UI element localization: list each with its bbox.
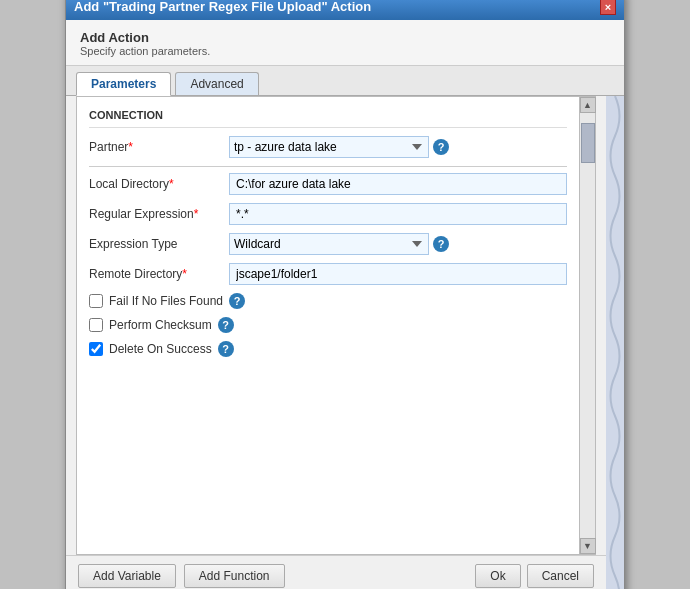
scroll-down-arrow[interactable]: ▼ [580,538,596,554]
remote-directory-control [229,263,567,285]
expression-type-control: Wildcard ? [229,233,567,255]
wavy-svg [606,96,624,590]
add-variable-button[interactable]: Add Variable [78,564,176,588]
remote-directory-row: Remote Directory* [89,263,567,285]
title-bar: Add "Trading Partner Regex File Upload" … [66,0,624,20]
delete-on-success-help-icon[interactable]: ? [218,341,234,357]
dialog-body: CONNECTION Partner* tp - azure data lake [66,96,624,590]
add-action-title: Add Action [80,30,610,45]
form-inner: CONNECTION Partner* tp - azure data lake [77,97,579,373]
tab-parameters[interactable]: Parameters [76,72,171,96]
fail-if-no-files-row: Fail If No Files Found ? [89,293,567,309]
partner-select[interactable]: tp - azure data lake [229,136,429,158]
close-button[interactable]: × [600,0,616,15]
dialog: Add "Trading Partner Regex File Upload" … [65,0,625,589]
partner-control: tp - azure data lake ? [229,136,567,158]
local-directory-input[interactable] [229,173,567,195]
perform-checksum-checkbox[interactable] [89,318,103,332]
perform-checksum-label: Perform Checksum [109,318,212,332]
partner-help-icon[interactable]: ? [433,139,449,155]
regular-expression-row: Regular Expression* [89,203,567,225]
scroll-track[interactable] [581,113,595,538]
form-area-scroll: CONNECTION Partner* tp - azure data lake [76,96,596,555]
tab-advanced[interactable]: Advanced [175,72,258,95]
add-function-button[interactable]: Add Function [184,564,285,588]
section-header: CONNECTION [89,105,567,128]
fail-if-no-files-checkbox[interactable] [89,294,103,308]
local-directory-row: Local Directory* [89,173,567,195]
remote-directory-label: Remote Directory* [89,267,229,281]
tabs-bar: Parameters Advanced [66,66,624,96]
regular-expression-input[interactable] [229,203,567,225]
remote-directory-input[interactable] [229,263,567,285]
scroll-thumb[interactable] [581,123,595,163]
expression-type-select[interactable]: Wildcard [229,233,429,255]
scrollbar[interactable]: ▲ ▼ [579,97,595,554]
add-action-header: Add Action Specify action parameters. [66,20,624,66]
regular-expression-label: Regular Expression* [89,207,229,221]
expression-type-label: Expression Type [89,237,229,251]
local-directory-control [229,173,567,195]
remote-dir-required: * [182,267,187,281]
delete-on-success-label: Delete On Success [109,342,212,356]
fail-if-no-files-label: Fail If No Files Found [109,294,223,308]
scroll-up-arrow[interactable]: ▲ [580,97,596,113]
regex-required: * [194,207,199,221]
expression-type-select-wrapper: Wildcard ? [229,233,567,255]
main-content: CONNECTION Partner* tp - azure data lake [66,96,606,590]
form-scrollable: CONNECTION Partner* tp - azure data lake [77,97,579,554]
perform-checksum-help-icon[interactable]: ? [218,317,234,333]
partner-required: * [128,140,133,154]
separator-1 [89,166,567,167]
delete-on-success-row: Delete On Success ? [89,341,567,357]
partner-row: Partner* tp - azure data lake ? [89,136,567,158]
delete-on-success-checkbox[interactable] [89,342,103,356]
local-directory-label: Local Directory* [89,177,229,191]
partner-select-wrapper: tp - azure data lake ? [229,136,567,158]
perform-checksum-row: Perform Checksum ? [89,317,567,333]
add-action-subtitle: Specify action parameters. [80,45,610,57]
footer: Add Variable Add Function Ok Cancel [66,555,606,590]
local-dir-required: * [169,177,174,191]
footer-right: Ok Cancel [475,564,594,588]
wavy-divider [606,96,624,590]
regular-expression-control [229,203,567,225]
footer-left: Add Variable Add Function [78,564,285,588]
cancel-button[interactable]: Cancel [527,564,594,588]
dialog-title: Add "Trading Partner Regex File Upload" … [74,0,371,14]
partner-label: Partner* [89,140,229,154]
expression-type-row: Expression Type Wildcard ? [89,233,567,255]
fail-if-no-files-help-icon[interactable]: ? [229,293,245,309]
ok-button[interactable]: Ok [475,564,520,588]
expression-type-help-icon[interactable]: ? [433,236,449,252]
